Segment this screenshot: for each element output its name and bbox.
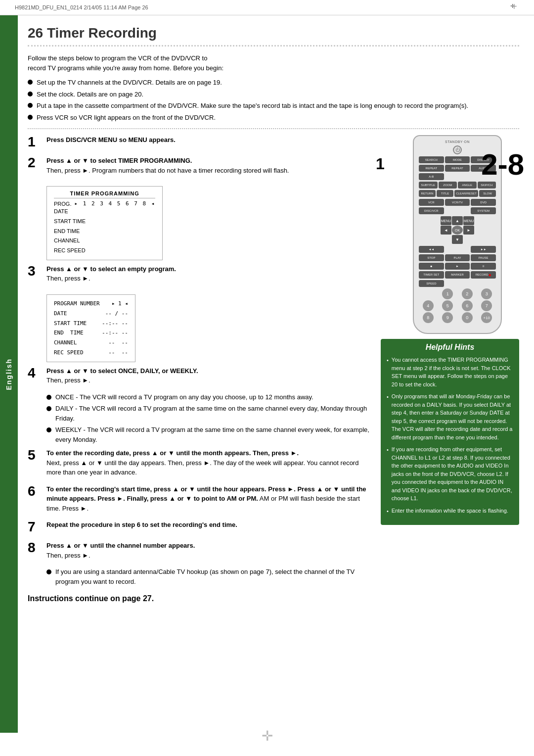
pause-key[interactable]: PAUSE: [471, 254, 496, 261]
key-6[interactable]: 6: [462, 300, 473, 311]
skip-ch-key[interactable]: SKIP/CH: [478, 182, 496, 189]
system-key[interactable]: SYSTEM: [471, 207, 496, 214]
page-title: 26 Timer Recording: [28, 25, 519, 47]
step-5-number: 5: [28, 448, 43, 462]
step-6: 6 To enter the recording's start time, p…: [28, 484, 371, 514]
power-button[interactable]: ⏻: [453, 145, 462, 154]
header-text: H9821MD_DFU_EN1_0214 2/14/05 11:14 AM Pa…: [15, 4, 148, 10]
step-1: 1 Press DISC/VCR MENU so MENU appears.: [28, 135, 371, 149]
hint-1: • You cannot access the TIMER PROGRAMMIN…: [387, 356, 513, 388]
empty6: [445, 246, 470, 253]
key-2[interactable]: 2: [462, 288, 473, 299]
key-4[interactable]: 4: [423, 300, 434, 311]
step-2-bold: Press ▲ or ▼ to select TIMER PROGRAMMING…: [46, 157, 192, 164]
step-1-text: Press DISC/VCR MENU so MENU appears.: [46, 136, 176, 143]
step-4-number: 4: [28, 366, 43, 380]
step-6-number: 6: [28, 484, 43, 498]
step-4-bold: Press ▲ or ▼ to select ONCE, DAILY, or W…: [46, 367, 198, 375]
step-4: 4 Press ▲ or ▼ to select ONCE, DAILY, or…: [28, 366, 371, 385]
step-3: 3 Press ▲ or ▼ to select an empty progra…: [28, 264, 371, 284]
hint-bullet-1: •: [387, 356, 389, 365]
bullet-4: Press VCR so VCR light appears on the fr…: [28, 113, 519, 123]
menu-key-left[interactable]: MENU: [441, 216, 451, 225]
timer-set-key[interactable]: TIMER SET: [419, 271, 444, 279]
step-4-bullet-2: DAILY - The VCR will record a TV program…: [46, 404, 371, 423]
key-plus10[interactable]: +10: [481, 312, 492, 323]
step-3-number: 3: [28, 264, 43, 278]
key-1[interactable]: 1: [442, 288, 453, 299]
ff-key[interactable]: ►►: [471, 246, 496, 253]
hint-bullet-2: •: [387, 393, 389, 401]
step-8-normal: Then, press ►.: [46, 551, 371, 561]
language-label: English: [5, 358, 13, 390]
pause2-key[interactable]: II: [471, 263, 496, 270]
standby-label: STANDBY·ON: [419, 140, 496, 143]
hint-4: • Enter the information while the space …: [387, 507, 513, 516]
step-7: 7 Repeat the procedure in step 6 to set …: [28, 520, 371, 534]
marker-key[interactable]: MARKER: [445, 271, 470, 279]
timer-box-title: TIMER PROGRAMMING: [54, 190, 155, 198]
intro-line1: Follow the steps below to program the VC…: [28, 53, 519, 73]
program-number-box: PROGRAM NUMBER▸ 1 ◂ DATE-- / -- START TI…: [46, 294, 135, 362]
search-key[interactable]: SEARCH: [419, 156, 444, 163]
helpful-hints-title: Helpful Hints: [387, 343, 513, 352]
hint-2: • Only programs that will air Monday-Fri…: [387, 392, 513, 441]
empty3: [445, 207, 470, 214]
mode-key[interactable]: MODE: [445, 156, 470, 163]
title-key[interactable]: TITLE: [437, 190, 453, 197]
ab-key[interactable]: A-B: [419, 173, 444, 180]
disc-vcr-key[interactable]: DISC/VCR: [419, 207, 444, 214]
step-4-bullet-3: WEEKLY - The VCR will record a TV progra…: [46, 425, 371, 444]
hint-bullet-4: •: [387, 507, 389, 516]
stop2-key[interactable]: ■: [419, 263, 444, 270]
vcr-tv-key[interactable]: VCR/TV: [445, 199, 470, 206]
speed-key[interactable]: SPEED: [419, 280, 444, 287]
hint-3: • If you are recording from other equipm…: [387, 445, 513, 503]
ok-key[interactable]: OK: [452, 226, 463, 235]
down-key[interactable]: ▼: [452, 235, 463, 244]
key-9[interactable]: 9: [442, 312, 453, 323]
empty5: [463, 235, 474, 244]
key-5[interactable]: 5: [442, 300, 453, 311]
vcr-key[interactable]: VCR: [419, 199, 444, 206]
step-3-normal: Then, press ►.: [46, 274, 371, 284]
step-7-number: 7: [28, 520, 43, 534]
bullet-3: Put a tape in the cassette compartment o…: [28, 101, 519, 111]
left-key[interactable]: ◄: [441, 226, 451, 235]
key-7[interactable]: 7: [481, 300, 492, 311]
step-8-bold: Press ▲ or ▼ until the channel number ap…: [46, 542, 195, 549]
right-key[interactable]: ►: [463, 226, 474, 235]
play-key[interactable]: PLAY: [445, 254, 470, 261]
step-28-indicator: 2-8: [481, 150, 524, 180]
repeat-key1[interactable]: REPEAT: [419, 165, 444, 172]
bottom-crosshair-icon: ✛: [262, 728, 273, 744]
menu-key-right[interactable]: MENU: [463, 216, 474, 225]
repeat-key2[interactable]: REPEAT: [445, 165, 470, 172]
return-key[interactable]: RETURN: [419, 190, 436, 197]
up-key[interactable]: ▲: [452, 216, 463, 225]
hint-bullet-3: •: [387, 446, 389, 454]
empty8: [471, 280, 496, 287]
bullet-2: Set the clock. Details are on page 20.: [28, 90, 519, 99]
rewind-key[interactable]: ◄◄: [419, 246, 444, 253]
key-8[interactable]: 8: [423, 312, 434, 323]
step-5-normal: Next, press ▲ or ▼ until the day appears…: [46, 458, 371, 477]
key-3[interactable]: 3: [481, 288, 492, 299]
step-4-bullet-1: ONCE - The VCR will record a TV program …: [46, 392, 371, 402]
step-2-normal: Then, press ►. Program numbers that do n…: [46, 166, 371, 176]
slow-key[interactable]: SLOW: [479, 190, 496, 197]
clear-reset-key[interactable]: CLEAR/RESET: [454, 190, 478, 197]
key-0[interactable]: 0: [462, 312, 473, 323]
step-5-bold: To enter the recording date, press ▲ or …: [46, 449, 299, 457]
play2-key[interactable]: ►: [445, 263, 470, 270]
zoom-key[interactable]: ZOOM: [439, 182, 457, 189]
step-1-indicator: 1: [376, 155, 385, 173]
step-5: 5 To enter the recording date, press ▲ o…: [28, 448, 371, 477]
bullet-1: Set up the TV channels at the DVD/VCR. D…: [28, 78, 519, 88]
angle-key[interactable]: ANGLE: [458, 182, 477, 189]
record-key[interactable]: RECORD●: [471, 271, 496, 279]
subtitle-key[interactable]: SUBTITLE: [419, 182, 438, 189]
stop-key[interactable]: STOP: [419, 254, 444, 261]
dvd-key[interactable]: DVD: [471, 199, 496, 206]
nav-cluster: MENU ▲ MENU ◄ OK ► ▼: [441, 216, 474, 244]
